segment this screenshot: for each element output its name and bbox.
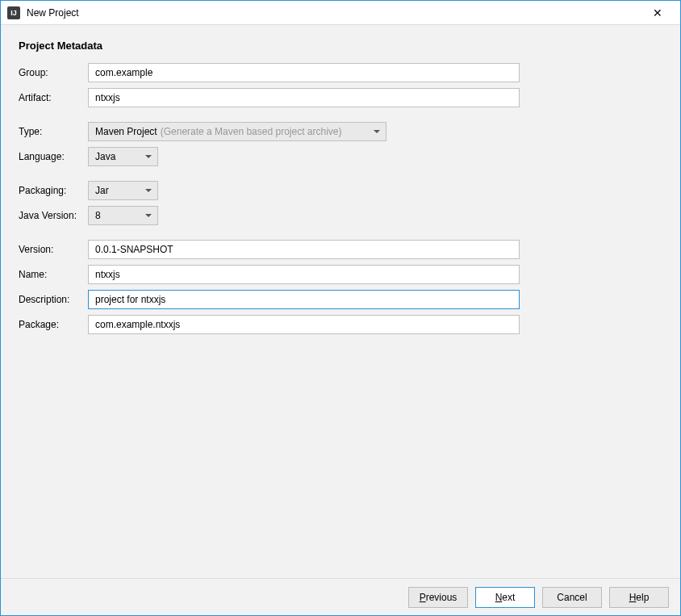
description-input[interactable] xyxy=(88,290,520,309)
next-button[interactable]: Next xyxy=(475,587,535,608)
name-input[interactable] xyxy=(88,265,520,284)
group-input[interactable] xyxy=(88,63,520,82)
artifact-input[interactable] xyxy=(88,88,520,107)
titlebar: IJ New Project ✕ xyxy=(1,1,680,25)
artifact-label: Artifact: xyxy=(19,92,88,103)
javaversion-value: 8 xyxy=(95,210,101,221)
javaversion-select[interactable]: 8 xyxy=(88,206,158,225)
content-pane: Project Metadata Group: Artifact: Type: … xyxy=(1,25,680,578)
language-select[interactable]: Java xyxy=(88,147,158,166)
page-heading: Project Metadata xyxy=(19,40,662,52)
name-label: Name: xyxy=(19,269,88,280)
type-value: Maven Project xyxy=(95,126,157,137)
version-input[interactable] xyxy=(88,240,520,259)
javaversion-label: Java Version: xyxy=(19,210,88,221)
packaging-select[interactable]: Jar xyxy=(88,181,158,200)
type-label: Type: xyxy=(19,126,88,137)
version-label: Version: xyxy=(19,244,88,255)
package-label: Package: xyxy=(19,319,88,330)
app-icon: IJ xyxy=(7,6,20,19)
group-label: Group: xyxy=(19,67,88,78)
cancel-button[interactable]: Cancel xyxy=(542,587,602,608)
description-label: Description: xyxy=(19,294,88,305)
help-button[interactable]: Help xyxy=(609,587,669,608)
close-icon[interactable]: ✕ xyxy=(641,1,674,25)
type-hint: (Generate a Maven based project archive) xyxy=(161,126,342,137)
packaging-value: Jar xyxy=(95,185,109,196)
language-value: Java xyxy=(95,151,115,162)
window-title: New Project xyxy=(27,7,641,19)
type-select[interactable]: Maven Project (Generate a Maven based pr… xyxy=(88,122,386,141)
package-input[interactable] xyxy=(88,315,520,334)
packaging-label: Packaging: xyxy=(19,185,88,196)
previous-button[interactable]: Previous xyxy=(408,587,468,608)
language-label: Language: xyxy=(19,151,88,162)
footer: Previous Next Cancel Help xyxy=(1,578,680,615)
